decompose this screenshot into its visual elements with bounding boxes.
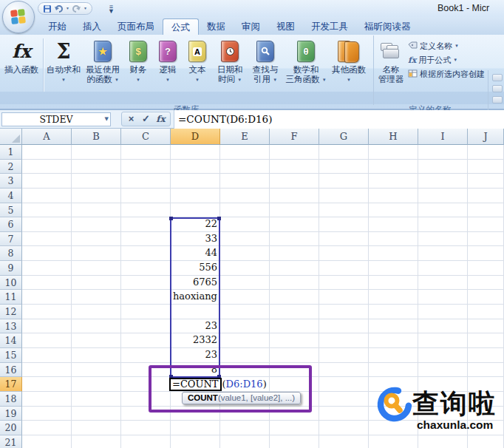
cell-G1[interactable] (319, 145, 369, 160)
cell-G4[interactable] (319, 189, 369, 203)
cell-G16[interactable] (319, 363, 369, 378)
ribbon-more-functions[interactable]: 其他函数▼ (329, 35, 369, 95)
cell-E13[interactable] (220, 319, 270, 334)
ribbon-recently-used[interactable]: ★最近使用的函数 ▼ (82, 35, 123, 95)
cell-D5[interactable] (171, 203, 220, 218)
cell-B20[interactable] (72, 421, 121, 435)
row-header-17[interactable]: 17 (0, 377, 22, 392)
cell-H21[interactable] (369, 435, 418, 448)
cell-B14[interactable] (72, 333, 121, 348)
cell-A16[interactable] (22, 363, 72, 378)
cell-E2[interactable] (220, 160, 270, 174)
cell-A4[interactable] (22, 189, 72, 203)
cell-E5[interactable] (220, 203, 270, 218)
cell-B16[interactable] (72, 363, 121, 378)
cell-H7[interactable] (369, 232, 418, 247)
cell-F14[interactable] (270, 333, 319, 348)
cell-A13[interactable] (22, 319, 72, 334)
cell-H5[interactable] (369, 203, 418, 218)
cell-C11[interactable] (121, 290, 171, 305)
cell-G6[interactable] (319, 217, 369, 232)
cell-E7[interactable] (220, 232, 270, 247)
row-header-19[interactable]: 19 (0, 407, 22, 421)
cell-I5[interactable] (418, 203, 468, 218)
cell-D1[interactable] (171, 145, 220, 160)
cell-F1[interactable] (270, 145, 319, 160)
col-header-C[interactable]: C (121, 129, 171, 145)
cell-J13[interactable] (468, 319, 504, 334)
col-header-F[interactable]: F (270, 129, 319, 145)
row-header-11[interactable]: 11 (0, 290, 22, 305)
insert-function-button[interactable]: fx (154, 112, 168, 126)
redo-icon[interactable] (72, 4, 81, 13)
cell-J14[interactable] (468, 333, 504, 348)
row-header-14[interactable]: 14 (0, 333, 22, 348)
cell-C10[interactable] (121, 276, 171, 291)
cell-E12[interactable] (220, 305, 270, 319)
cell-J9[interactable] (468, 261, 504, 276)
cell-B9[interactable] (72, 261, 121, 276)
cell-J6[interactable] (468, 217, 504, 232)
cell-J4[interactable] (468, 189, 504, 203)
cell-G2[interactable] (319, 160, 369, 174)
row-header-13[interactable]: 13 (0, 319, 22, 334)
cell-H16[interactable] (369, 363, 418, 378)
cell-D3[interactable] (171, 174, 220, 189)
cell-H15[interactable] (369, 348, 418, 363)
row-header-12[interactable]: 12 (0, 305, 22, 319)
cell-A15[interactable] (22, 348, 72, 363)
cell-G15[interactable] (319, 348, 369, 363)
cell-C9[interactable] (121, 261, 171, 276)
cell-A5[interactable] (22, 203, 72, 218)
cell-B12[interactable] (72, 305, 121, 319)
cell-I14[interactable] (418, 333, 468, 348)
cell-G17[interactable] (319, 377, 369, 392)
select-all-corner[interactable] (0, 129, 22, 145)
cell-H6[interactable] (369, 217, 418, 232)
name-box[interactable]: STDEV ▼ (1, 112, 111, 126)
cell-I4[interactable] (418, 189, 468, 203)
col-header-H[interactable]: H (369, 129, 418, 145)
ribbon-name-manager[interactable]: 名称管理器 (374, 35, 408, 95)
row-header-1[interactable]: 1 (0, 145, 22, 160)
ribbon-date-time[interactable]: 日期和时间 ▼ (212, 35, 248, 95)
col-header-E[interactable]: E (220, 129, 270, 145)
cell-J3[interactable] (468, 174, 504, 189)
cell-I11[interactable] (418, 290, 468, 305)
row-header-2[interactable]: 2 (0, 160, 22, 174)
cell-H11[interactable] (369, 290, 418, 305)
row-header-5[interactable]: 5 (0, 203, 22, 218)
cell-D2[interactable] (171, 160, 220, 174)
cell-H1[interactable] (369, 145, 418, 160)
row-header-15[interactable]: 15 (0, 348, 22, 363)
cell-C14[interactable] (121, 333, 171, 348)
office-button[interactable] (2, 1, 35, 33)
cell-E15[interactable] (220, 348, 270, 363)
cell-H4[interactable] (369, 189, 418, 203)
cell-C15[interactable] (121, 348, 171, 363)
cell-F3[interactable] (270, 174, 319, 189)
cell-F9[interactable] (270, 261, 319, 276)
ribbon-logical[interactable]: ?逻辑▼ (153, 35, 183, 95)
tab-home[interactable]: 开始 (40, 19, 75, 35)
ribbon-text[interactable]: A文本▼ (183, 35, 212, 95)
cell-E20[interactable] (220, 421, 270, 435)
tab-foxit-reader[interactable]: 福昕阅读器 (356, 19, 419, 35)
col-header-D[interactable]: D (171, 129, 220, 145)
cell-D20[interactable] (171, 421, 220, 435)
cell-C3[interactable] (121, 174, 171, 189)
row-header-18[interactable]: 18 (0, 392, 22, 407)
row-header-10[interactable]: 10 (0, 276, 22, 291)
cell-H12[interactable] (369, 305, 418, 319)
cell-I9[interactable] (418, 261, 468, 276)
cell-A2[interactable] (22, 160, 72, 174)
row-header-6[interactable]: 6 (0, 217, 22, 232)
cell-J15[interactable] (468, 348, 504, 363)
row-header-7[interactable]: 7 (0, 232, 22, 247)
cell-A7[interactable] (22, 232, 72, 247)
range-selection-border[interactable] (170, 217, 220, 378)
cell-A19[interactable] (22, 407, 72, 421)
cell-G7[interactable] (319, 232, 369, 247)
ribbon-financial[interactable]: $财务▼ (123, 35, 153, 95)
cell-F7[interactable] (270, 232, 319, 247)
